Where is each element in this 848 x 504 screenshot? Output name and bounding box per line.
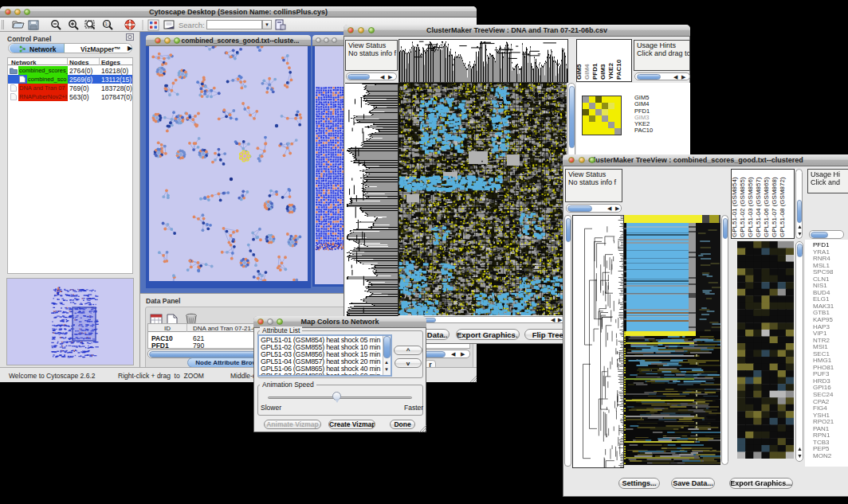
svg-text:1:1: 1:1	[104, 21, 111, 26]
